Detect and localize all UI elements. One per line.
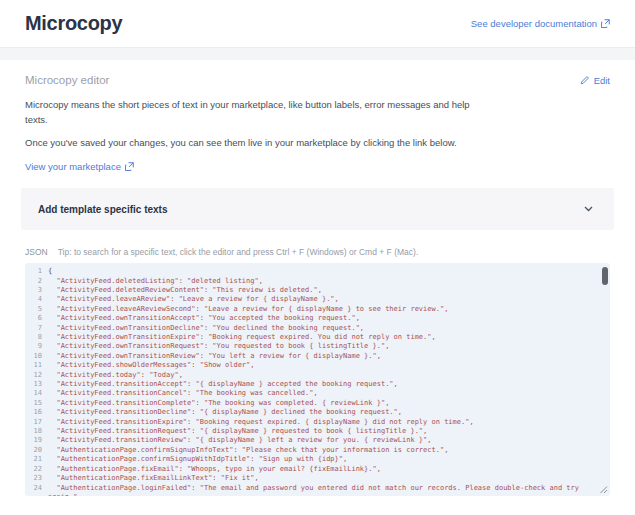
code-line: 24 "AuthenticationPage.loginFailed": "Th… xyxy=(29,484,610,497)
microcopy-editor-panel: Microcopy editor Edit Microcopy means th… xyxy=(0,60,635,496)
code-line: 14 "ActivityFeed.transitionCancel": "The… xyxy=(29,389,610,398)
view-marketplace-link-label: View your marketplace xyxy=(25,161,121,172)
editor-scrollbar-thumb[interactable] xyxy=(602,267,608,285)
code-text: "AuthenticationPage.confirmSignupWithIdp… xyxy=(48,455,610,464)
line-number: 18 xyxy=(29,427,42,436)
line-number: 12 xyxy=(29,371,42,380)
line-number: 5 xyxy=(29,305,42,314)
resize-handle[interactable] xyxy=(598,484,608,494)
code-text: "ActivityFeed.ownTransitionDecline": "Yo… xyxy=(48,324,610,333)
line-number: 6 xyxy=(29,314,42,323)
line-number: 4 xyxy=(29,295,42,304)
code-line: 11 "ActivityFeed.showOlderMessages": "Sh… xyxy=(29,361,610,370)
page-background-strip xyxy=(0,48,635,60)
line-number: 16 xyxy=(29,408,42,417)
code-text: "ActivityFeed.leaveAReviewSecond": "Leav… xyxy=(48,305,610,314)
chevron-down-icon xyxy=(584,206,593,212)
code-line: 15 "ActivityFeed.transitionComplete": "T… xyxy=(29,399,610,408)
code-text: "ActivityFeed.transitionRequest": "{ dis… xyxy=(48,427,610,436)
panel-title: Microcopy editor xyxy=(25,74,109,86)
code-text: "ActivityFeed.transitionDecline": "{ dis… xyxy=(48,408,610,417)
code-line: 7 "ActivityFeed.ownTransitionDecline": "… xyxy=(29,324,610,333)
line-number: 14 xyxy=(29,389,42,398)
code-text: "ActivityFeed.ownTransitionAccept": "You… xyxy=(48,314,610,323)
line-number: 11 xyxy=(29,361,42,370)
code-text: "ActivityFeed.deletedReviewContent": "Th… xyxy=(48,286,610,295)
code-text: "ActivityFeed.ownTransitionExpire": "Boo… xyxy=(48,333,610,342)
line-number: 10 xyxy=(29,352,42,361)
code-text: "AuthenticationPage.loginFailed": "The e… xyxy=(48,484,610,497)
code-line: 5 "ActivityFeed.leaveAReviewSecond": "Le… xyxy=(29,305,610,314)
editor-tip-text: Tip: to search for a specific text, clic… xyxy=(58,247,419,257)
add-template-texts-expander[interactable]: Add template specific texts xyxy=(21,188,614,230)
code-text: "AuthenticationPage.fixEmailLinkText": "… xyxy=(48,474,610,483)
line-number: 13 xyxy=(29,380,42,389)
top-header: Microcopy See developer documentation xyxy=(0,0,635,48)
code-line: 3 "ActivityFeed.deletedReviewContent": "… xyxy=(29,286,610,295)
line-number: 19 xyxy=(29,436,42,445)
line-number: 3 xyxy=(29,286,42,295)
format-label: JSON xyxy=(25,247,48,257)
code-line: 16 "ActivityFeed.transitionDecline": "{ … xyxy=(29,408,610,417)
edit-button-label: Edit xyxy=(594,75,610,86)
line-number: 23 xyxy=(29,474,42,483)
pencil-icon xyxy=(580,75,590,85)
line-number: 2 xyxy=(29,277,42,286)
line-number: 24 xyxy=(29,484,42,497)
external-link-icon xyxy=(601,19,610,28)
code-line: 22 "AuthenticationPage.fixEmail": "Whoop… xyxy=(29,465,610,474)
code-text: "AuthenticationPage.fixEmail": "Whoops, … xyxy=(48,465,610,474)
json-code-editor[interactable]: 1{2 "ActivityFeed.deletedListing": "dele… xyxy=(25,263,610,496)
code-line: 21 "AuthenticationPage.confirmSignupWith… xyxy=(29,455,610,464)
code-text: { xyxy=(48,267,610,276)
code-text: "ActivityFeed.transitionCancel": "The bo… xyxy=(48,389,610,398)
page-title: Microcopy xyxy=(25,12,122,35)
line-number: 17 xyxy=(29,418,42,427)
code-line: 17 "ActivityFeed.transitionExpire": "Boo… xyxy=(29,418,610,427)
line-number: 15 xyxy=(29,399,42,408)
code-line: 13 "ActivityFeed.transitionAccept": "{ d… xyxy=(29,380,610,389)
code-line: 4 "ActivityFeed.leaveAReview": "Leave a … xyxy=(29,295,610,304)
line-number: 21 xyxy=(29,455,42,464)
code-area: 1{2 "ActivityFeed.deletedListing": "dele… xyxy=(29,267,610,496)
code-text: "ActivityFeed.transitionExpire": "Bookin… xyxy=(48,418,610,427)
code-line: 8 "ActivityFeed.ownTransitionExpire": "B… xyxy=(29,333,610,342)
code-line: 10 "ActivityFeed.ownTransitionReview": "… xyxy=(29,352,610,361)
line-number: 1 xyxy=(29,267,42,276)
line-number: 22 xyxy=(29,465,42,474)
code-line: 1{ xyxy=(29,267,610,276)
code-line: 20 "AuthenticationPage.confirmSignupInfo… xyxy=(29,446,610,455)
code-line: 19 "ActivityFeed.transitionReview": "{ d… xyxy=(29,436,610,445)
code-text: "ActivityFeed.transitionReview": "{ disp… xyxy=(48,436,610,445)
code-text: "AuthenticationPage.confirmSignupInfoTex… xyxy=(48,446,610,455)
code-line: 23 "AuthenticationPage.fixEmailLinkText"… xyxy=(29,474,610,483)
line-number: 8 xyxy=(29,333,42,342)
developer-documentation-link[interactable]: See developer documentation xyxy=(471,18,610,29)
code-line: 9 "ActivityFeed.ownTransitionRequest": "… xyxy=(29,342,610,351)
code-text: "ActivityFeed.today": "Today", xyxy=(48,371,610,380)
code-text: "ActivityFeed.deletedListing": "deleted … xyxy=(48,277,610,286)
code-text: "ActivityFeed.showOlderMessages": "Show … xyxy=(48,361,610,370)
code-text: "ActivityFeed.transitionComplete": "The … xyxy=(48,399,610,408)
code-text: "ActivityFeed.leaveAReview": "Leave a re… xyxy=(48,295,610,304)
developer-documentation-link-label: See developer documentation xyxy=(471,18,597,29)
line-number: 7 xyxy=(29,324,42,333)
code-line: 6 "ActivityFeed.ownTransitionAccept": "Y… xyxy=(29,314,610,323)
code-line: 12 "ActivityFeed.today": "Today", xyxy=(29,371,610,380)
view-marketplace-link[interactable]: View your marketplace xyxy=(25,161,134,172)
line-number: 20 xyxy=(29,446,42,455)
description-paragraph-2: Once you've saved your changes, you can … xyxy=(25,136,480,151)
edit-button[interactable]: Edit xyxy=(580,75,610,86)
code-line: 18 "ActivityFeed.transitionRequest": "{ … xyxy=(29,427,610,436)
line-number: 9 xyxy=(29,342,42,351)
code-text: "ActivityFeed.ownTransitionRequest": "Yo… xyxy=(48,342,610,351)
external-link-icon xyxy=(125,162,134,171)
add-template-texts-label: Add template specific texts xyxy=(38,204,167,215)
code-text: "ActivityFeed.transitionAccept": "{ disp… xyxy=(48,380,610,389)
description-paragraph-1: Microcopy means the short pieces of text… xyxy=(25,98,480,127)
code-line: 2 "ActivityFeed.deletedListing": "delete… xyxy=(29,277,610,286)
code-text: "ActivityFeed.ownTransitionReview": "You… xyxy=(48,352,610,361)
